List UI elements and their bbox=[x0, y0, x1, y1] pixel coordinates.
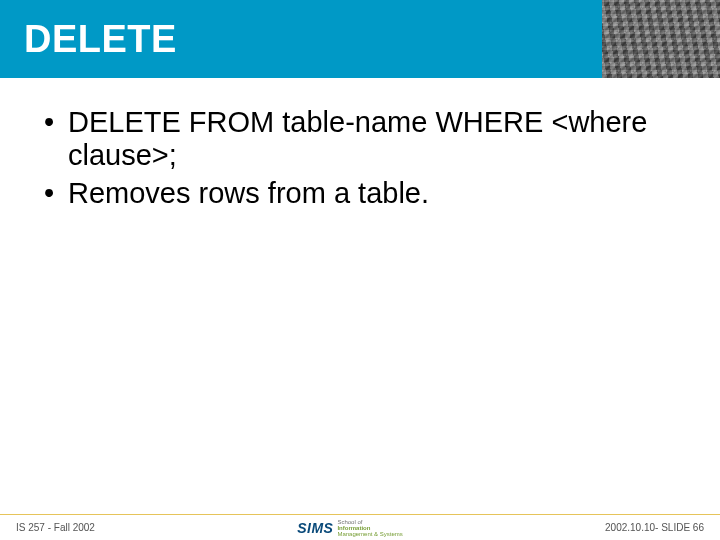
sims-logo-subtext: School of Information Management & Syste… bbox=[337, 519, 402, 537]
bullet-list: DELETE FROM table-name WHERE <where clau… bbox=[40, 106, 680, 210]
bullet-item: DELETE FROM table-name WHERE <where clau… bbox=[40, 106, 680, 173]
slide-footer: IS 257 - Fall 2002 SIMS School of Inform… bbox=[0, 514, 720, 540]
slide-content: DELETE FROM table-name WHERE <where clau… bbox=[0, 78, 720, 210]
footer-right-text: 2002.10.10- SLIDE 66 bbox=[605, 522, 704, 533]
header-decorative-image bbox=[602, 0, 720, 78]
footer-left-text: IS 257 - Fall 2002 bbox=[16, 522, 95, 533]
slide-header: DELETE bbox=[0, 0, 720, 78]
sims-logo-text: SIMS bbox=[297, 520, 333, 536]
footer-logo-area: SIMS School of Information Management & … bbox=[95, 519, 605, 537]
bullet-item: Removes rows from a table. bbox=[40, 177, 680, 210]
slide-title: DELETE bbox=[0, 18, 177, 61]
sims-line3: Management & Systems bbox=[337, 531, 402, 537]
sims-logo: SIMS School of Information Management & … bbox=[297, 519, 403, 537]
